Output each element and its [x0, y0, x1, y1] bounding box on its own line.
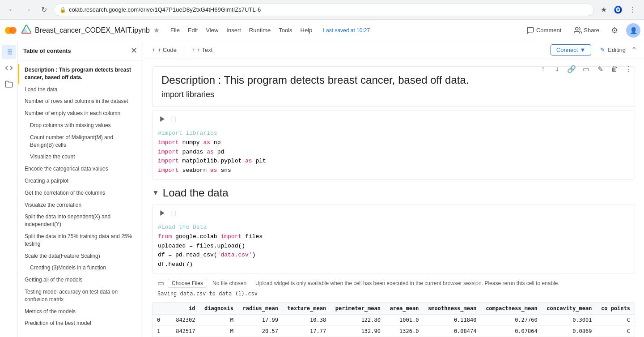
toc-item[interactable]: Metrics of the models: [18, 306, 143, 318]
menu-help[interactable]: Help: [297, 25, 316, 35]
toc-item[interactable]: Drop columns with missing values: [18, 119, 143, 132]
run-cell-button[interactable]: [156, 113, 169, 125]
add-text-button[interactable]: + + Text: [188, 45, 216, 55]
table-header: id: [165, 303, 199, 315]
notebook-toolbar: + + Code + + Text Connect ▼ ✎ Editing ⌃: [143, 41, 644, 59]
upload-note: Upload widget is only available when the…: [255, 280, 559, 286]
menu-insert[interactable]: Insert: [223, 25, 245, 35]
browser-actions: ★ 🧿 ⋮: [597, 4, 639, 16]
table-cell: 0.27760: [481, 314, 542, 325]
user-avatar[interactable]: 👤: [626, 23, 640, 38]
files-icon-button[interactable]: [2, 77, 16, 91]
toc-item[interactable]: Encode the categorical data values: [18, 163, 143, 175]
forward-button[interactable]: →: [21, 4, 34, 16]
connect-chevron-icon: ▼: [580, 47, 585, 53]
toc-item[interactable]: Getting all of the models: [18, 274, 143, 286]
choose-files-label: Choose Files: [172, 280, 203, 286]
menu-edit[interactable]: Edit: [184, 25, 201, 35]
link-button[interactable]: 🔗: [565, 63, 578, 75]
menu-tools[interactable]: Tools: [275, 25, 296, 35]
add-code-button[interactable]: + + Code: [148, 45, 180, 55]
address-bar[interactable]: 🔒 colab.research.google.com/drive/1Q47P1…: [54, 4, 594, 16]
data-table: iddiagnosisradius_meantexture_meanperime…: [153, 303, 635, 337]
toc-item[interactable]: Scale the data(Feature Scaling): [18, 250, 143, 262]
table-cell: 1: [153, 325, 165, 337]
load-data-cell: [ ] #Load the Data from google.colab imp…: [152, 205, 635, 273]
run-load-cell-button[interactable]: [156, 207, 169, 219]
table-cell: 0.3001: [542, 314, 597, 325]
collapse-button[interactable]: ⌃: [629, 44, 639, 56]
section-arrow-icon[interactable]: ▼: [152, 189, 159, 197]
toc-panel: Table of contents ✕ Description : This p…: [18, 41, 143, 337]
toc-list: Description : This program detects breas…: [18, 60, 143, 337]
toc-item[interactable]: Testing model accuracy on test data on c…: [18, 286, 143, 306]
load-cell-header: [ ]: [153, 205, 635, 221]
back-button[interactable]: ←: [5, 4, 18, 16]
sidebar-icons: [0, 41, 18, 337]
toc-item[interactable]: Creating (3)Models in a function: [18, 262, 143, 274]
table-cell: 0.0869: [542, 325, 597, 337]
toc-item[interactable]: Load the data: [18, 84, 143, 96]
toc-item[interactable]: Split the data into dependent(X) and ind…: [18, 211, 143, 230]
menu-file[interactable]: File: [167, 25, 183, 35]
no-file-text: No file chosen: [212, 280, 246, 286]
svg-marker-13: [160, 116, 164, 122]
toc-item[interactable]: Description : This program detects breas…: [18, 64, 143, 84]
code-label: + Code: [158, 47, 177, 53]
toc-close-button[interactable]: ✕: [131, 46, 137, 55]
saving-text: Saving data.csv to data (1).csv: [157, 290, 630, 297]
menu-runtime[interactable]: Runtime: [246, 25, 274, 35]
toc-item[interactable]: Number of rows and columns in the datase…: [18, 95, 143, 107]
share-button[interactable]: Share: [570, 25, 603, 36]
app-body: Table of contents ✕ Description : This p…: [0, 41, 644, 337]
menu-view[interactable]: View: [202, 25, 222, 35]
filename[interactable]: Breast_cancer_CODEX_MAIT.ipynb: [35, 26, 150, 34]
settings-button[interactable]: ⚙: [608, 24, 621, 37]
toc-item[interactable]: Split the data into 75% training data an…: [18, 230, 143, 250]
lock-icon: 🔒: [59, 7, 66, 13]
delete-button[interactable]: 🗑: [608, 63, 621, 75]
extensions-button[interactable]: 🧿: [612, 4, 624, 16]
edit-button[interactable]: ✎: [594, 63, 606, 75]
toc-item[interactable]: Visualize the correlation: [18, 199, 143, 211]
table-cell: 0.07864: [481, 325, 542, 337]
connect-button[interactable]: Connect ▼: [551, 44, 591, 55]
expand-button[interactable]: ▭: [580, 63, 592, 75]
comment-button[interactable]: Comment: [523, 25, 565, 36]
toc-title: Table of contents: [23, 47, 71, 54]
cell-output: ▭ Choose Files No file chosen Upload wid…: [152, 275, 635, 300]
table-header: [153, 303, 165, 315]
more-options-button[interactable]: ⋮: [623, 63, 635, 75]
toc-item[interactable]: Prediction of the best model: [18, 317, 143, 329]
table-header: concavity_mean: [542, 303, 597, 315]
move-down-button[interactable]: ↓: [551, 63, 564, 75]
move-up-button[interactable]: ↑: [537, 63, 549, 75]
table-cell: 20.57: [238, 325, 283, 337]
toc-item[interactable]: Visualize the count: [18, 151, 143, 163]
toc-icon-button[interactable]: [2, 45, 16, 59]
load-code-body: #Load the Data from google.colab import …: [153, 221, 635, 273]
description-title: Description : This program detects breas…: [161, 74, 626, 86]
toc-item[interactable]: Get the correlation of the columns: [18, 187, 143, 199]
app-header: Breast_cancer_CODEX_MAIT.ipynb ★ File Ed…: [0, 20, 644, 41]
bookmark-button[interactable]: ★: [597, 4, 610, 16]
toc-header: Table of contents ✕: [18, 41, 143, 60]
table-cell: 1326.0: [385, 325, 423, 337]
svg-marker-5: [21, 27, 28, 33]
table-header: texture_mean: [283, 303, 330, 315]
code-icon-button[interactable]: [2, 61, 16, 75]
table-cell: 17.99: [238, 314, 283, 325]
star-button[interactable]: ★: [153, 26, 160, 34]
choose-files-button[interactable]: Choose Files: [168, 279, 207, 288]
refresh-button[interactable]: ↻: [38, 4, 50, 16]
table-cell: M: [200, 314, 238, 325]
toc-item[interactable]: Count number of Malignant(M) and Benign(…: [18, 132, 143, 151]
menu-button[interactable]: ⋮: [626, 4, 639, 16]
connect-label: Connect: [556, 47, 578, 53]
svg-marker-14: [160, 210, 164, 216]
toc-item[interactable]: Creating a pairplot: [18, 175, 143, 187]
toc-item[interactable]: Number of empty values in each column: [18, 107, 143, 119]
load-comment: #Load the Data: [158, 224, 207, 230]
cell-bracket: [ ]: [171, 116, 176, 122]
table-header: perimeter_mean: [330, 303, 385, 315]
